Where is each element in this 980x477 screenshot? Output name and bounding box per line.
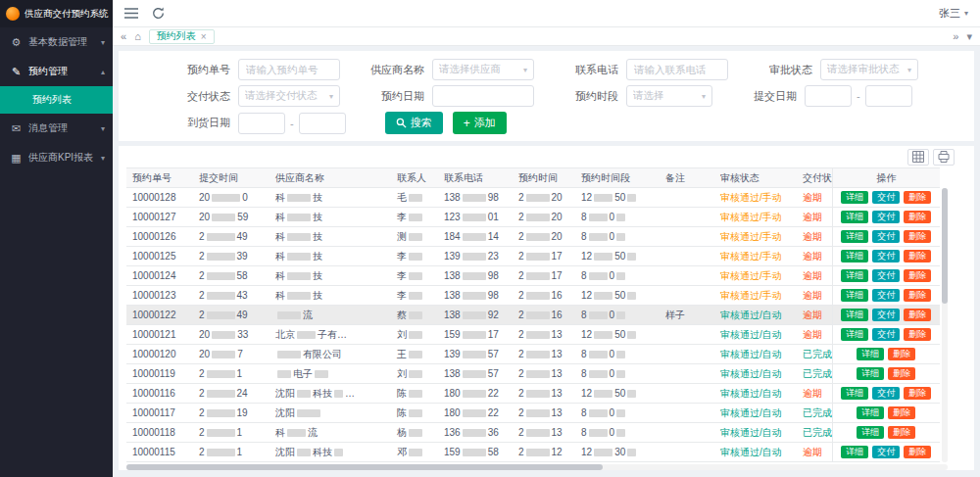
close-icon[interactable]: × <box>201 31 207 42</box>
cell-contact: 王 <box>391 345 438 364</box>
deliver-button[interactable]: 交付 <box>872 289 900 302</box>
sidebar-item-reservation-list[interactable]: 预约列表 <box>0 86 113 114</box>
reservation-date-input[interactable] <box>432 85 534 107</box>
search-button[interactable]: 搜索 <box>385 112 443 134</box>
delete-button[interactable]: 删除 <box>904 289 931 302</box>
approval-status-select[interactable]: 请选择审批状态 ▾ <box>820 59 918 80</box>
delete-button[interactable]: 删除 <box>904 230 931 243</box>
user-menu[interactable]: 张三 ▾ <box>939 6 968 21</box>
detail-button[interactable]: 详细 <box>841 387 868 400</box>
delete-button[interactable]: 删除 <box>904 446 931 458</box>
table-row[interactable]: 100001272059科技李1230122080审核通过/手动逾期详细交付删除 <box>126 208 940 227</box>
delete-button[interactable]: 删除 <box>904 309 931 321</box>
home-icon[interactable]: ⌂ <box>134 31 141 42</box>
table-row[interactable]: 10000122249流蔡1389221680样子审核通过/自动逾期详细交付删除 <box>126 306 940 325</box>
table-row[interactable]: 10000126249科技测1841422080审核通过/手动逾期详细交付删除 <box>126 227 940 247</box>
deliver-button[interactable]: 交付 <box>872 328 900 341</box>
detail-button[interactable]: 详细 <box>841 211 868 223</box>
search-form: 预约单号 供应商名称 请选择供应商 ▾ 联系电话 审批状态 <box>119 51 974 141</box>
deliver-button[interactable]: 交付 <box>872 191 900 204</box>
phone-input[interactable] <box>626 59 728 80</box>
delete-button[interactable]: 删除 <box>904 387 931 400</box>
delivery-status-select[interactable]: 请选择交付状态 ▾ <box>238 85 340 107</box>
table-row[interactable]: 10000128200科技毛138982201250审核通过/手动逾期详细交付删… <box>126 188 940 208</box>
cell-review-status: 审核通过/自动 <box>714 384 797 404</box>
delete-button[interactable]: 删除 <box>904 269 931 282</box>
reservation-no-input[interactable] <box>238 59 340 80</box>
grid-icon[interactable] <box>907 149 929 166</box>
deliver-button[interactable]: 交付 <box>872 211 900 223</box>
menu-label: 基本数据管理 <box>28 35 95 49</box>
cell-reservation-no: 10000118 <box>126 423 193 443</box>
deliver-button[interactable]: 交付 <box>872 387 900 400</box>
cell-reservation-date: 220 <box>513 227 575 247</box>
sidebar-item-message-mgmt[interactable]: ✉ 消息管理 ▾ <box>0 114 113 143</box>
delete-button[interactable]: 删除 <box>904 250 931 262</box>
detail-button[interactable]: 详细 <box>841 191 868 204</box>
sidebar-item-basic-data[interactable]: ⚙ 基本数据管理 ▾ <box>0 27 113 57</box>
deliver-button[interactable]: 交付 <box>872 309 900 321</box>
tab-options-icon[interactable]: ▾ <box>966 31 972 42</box>
scroll-tabs-right-icon[interactable]: » <box>953 31 958 42</box>
detail-button[interactable]: 详细 <box>857 406 884 419</box>
horizontal-scrollbar-thumb[interactable] <box>126 464 603 470</box>
cell-review-status: 审核通过/手动 <box>714 208 797 227</box>
sidebar-item-kpi-report[interactable]: ▦ 供应商KPI报表 ▾ <box>0 143 113 172</box>
table-row[interactable]: 10000120207有限公司王1395721380审核通过/自动已完成详细删除 <box>126 345 940 364</box>
cell-contact: 李 <box>391 286 438 306</box>
detail-button[interactable]: 详细 <box>857 348 884 360</box>
sidebar-item-reservation-mgmt[interactable]: ✎ 预约管理 ▴ <box>0 57 113 86</box>
vertical-scrollbar[interactable] <box>942 188 948 462</box>
printer-icon[interactable] <box>933 149 955 166</box>
detail-button[interactable]: 详细 <box>841 250 868 262</box>
vertical-scrollbar-thumb[interactable] <box>942 188 948 304</box>
deliver-button[interactable]: 交付 <box>872 269 900 282</box>
cell-actions: 详细删除 <box>832 345 940 364</box>
cell-reservation-date: 216 <box>513 286 575 306</box>
delete-button[interactable]: 删除 <box>904 328 931 341</box>
table-row[interactable]: 1000011921电子刘1385721380审核通过/自动已完成详细删除 <box>126 364 940 384</box>
scroll-tabs-left-icon[interactable]: « <box>121 31 126 42</box>
cell-review-status: 审核通过/手动 <box>714 286 797 306</box>
collapse-menu-icon[interactable] <box>124 8 138 19</box>
detail-button[interactable]: 详细 <box>841 309 868 321</box>
table-row[interactable]: 10000116224沈阳科技…陈180222131250审核通过/自动逾期详细… <box>126 384 940 404</box>
horizontal-scrollbar[interactable] <box>126 464 948 470</box>
submit-date-start-input[interactable] <box>805 85 852 107</box>
table-row[interactable]: 10000124258科技李1389821780审核通过/手动逾期详细交付删除 <box>126 266 940 286</box>
detail-button[interactable]: 详细 <box>841 328 868 341</box>
table-row[interactable]: 1000011821科流杨1363621380审核通过/自动已完成详细删除 <box>126 423 940 443</box>
deliver-button[interactable]: 交付 <box>872 230 900 243</box>
detail-button[interactable]: 详细 <box>857 367 884 380</box>
cell-review-status: 审核通过/自动 <box>714 404 797 423</box>
table-row[interactable]: 1000011521沈阳科技邓159582121230审核通过/自动逾期详细交付… <box>126 443 940 462</box>
add-button[interactable]: + 添加 <box>453 112 507 134</box>
cell-supplier-name: 科技 <box>270 247 391 266</box>
supplier-select[interactable]: 请选择供应商 ▾ <box>432 59 534 80</box>
table-row[interactable]: 10000123243科技李138982161250审核通过/手动逾期详细交付删… <box>126 286 940 306</box>
table-row[interactable]: 100001212033北京子有…刘159172131250审核通过/自动逾期详… <box>126 325 940 345</box>
time-slot-select[interactable]: 请选择 ▾ <box>626 85 712 107</box>
deliver-button[interactable]: 交付 <box>872 446 900 458</box>
detail-button[interactable]: 详细 <box>841 289 868 302</box>
table-row[interactable]: 10000117219沈阳陈1802221380审核通过/自动已完成详细删除 <box>126 404 940 423</box>
refresh-icon[interactable] <box>152 7 165 20</box>
detail-button[interactable]: 详细 <box>841 446 868 458</box>
detail-button[interactable]: 详细 <box>841 230 868 243</box>
detail-button[interactable]: 详细 <box>857 426 884 439</box>
cell-time-slot: 1250 <box>575 188 660 208</box>
table-row[interactable]: 10000125239科技李139232171250审核通过/手动逾期详细交付删… <box>126 247 940 266</box>
arrival-date-start-input[interactable] <box>238 113 285 134</box>
submit-date-end-input[interactable] <box>865 85 912 107</box>
detail-button[interactable]: 详细 <box>841 269 868 282</box>
arrival-date-end-input[interactable] <box>299 113 346 134</box>
delete-button[interactable]: 删除 <box>888 348 915 360</box>
delete-button[interactable]: 删除 <box>904 211 931 223</box>
tab-reservation-list[interactable]: 预约列表 × <box>149 29 215 44</box>
cell-reservation-date: 220 <box>513 208 575 227</box>
deliver-button[interactable]: 交付 <box>872 250 900 262</box>
delete-button[interactable]: 删除 <box>888 426 915 439</box>
delete-button[interactable]: 删除 <box>904 191 931 204</box>
delete-button[interactable]: 删除 <box>888 406 915 419</box>
delete-button[interactable]: 删除 <box>888 367 915 380</box>
